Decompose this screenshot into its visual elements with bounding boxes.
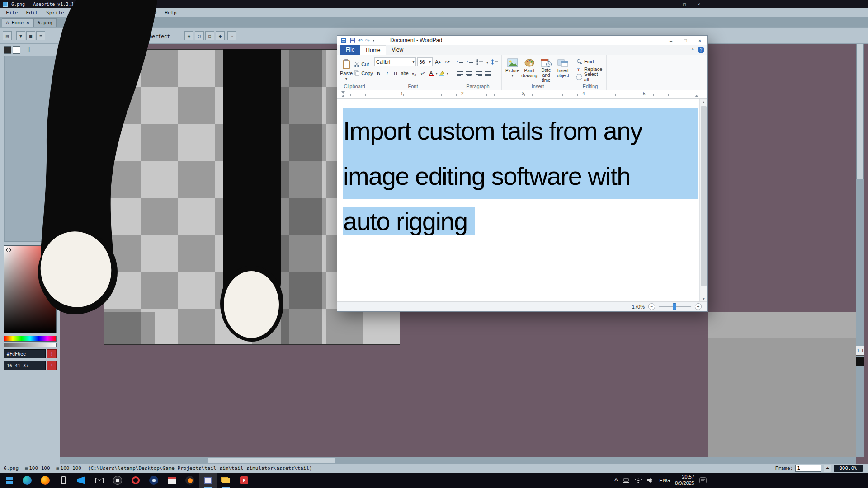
vertical-scroll-thumb[interactable]: [856, 44, 864, 179]
list-button[interactable]: [476, 58, 483, 66]
wordpad-maximize-icon[interactable]: □: [678, 36, 693, 45]
tab-home-close-icon[interactable]: ×: [26, 20, 29, 26]
aseprite-close-icon[interactable]: ×: [692, 0, 706, 8]
ruler[interactable]: 1 2 3 4 5: [337, 90, 707, 99]
menu-frame[interactable]: Frame: [91, 9, 114, 17]
wordpad-minimize-icon[interactable]: –: [664, 36, 678, 45]
select-all-button[interactable]: Select all: [576, 73, 604, 80]
monitor-tray-icon[interactable]: [623, 478, 630, 483]
menu-select[interactable]: Select: [114, 9, 141, 17]
color-picker-marker[interactable]: [7, 248, 10, 252]
tray-chevron-icon[interactable]: ^: [614, 477, 618, 483]
language-indicator[interactable]: ENG: [659, 478, 670, 483]
menu-help[interactable]: Help: [160, 9, 181, 17]
edge-icon[interactable]: [18, 473, 36, 488]
underline-button[interactable]: U: [392, 69, 400, 78]
list-dropdown-icon[interactable]: ▾: [486, 61, 488, 65]
brush-size-icon[interactable]: ▪: [63, 31, 72, 40]
redo-icon[interactable]: ↷: [365, 38, 370, 43]
align-left-button[interactable]: [457, 70, 463, 78]
font-color-dropdown-icon[interactable]: ▾: [436, 71, 438, 75]
zoom-slider[interactable]: [659, 306, 691, 307]
font-family-dropdown-icon[interactable]: ▾: [412, 60, 414, 64]
font-color-button[interactable]: A: [427, 69, 435, 78]
tab-view[interactable]: View: [386, 45, 409, 55]
align-right-button[interactable]: [476, 70, 482, 78]
hanging-indent-marker[interactable]: [341, 95, 345, 97]
justify-button[interactable]: [485, 70, 491, 78]
first-line-indent-marker[interactable]: [341, 91, 345, 94]
bold-button[interactable]: B: [374, 69, 382, 78]
strikethrough-button[interactable]: abe: [400, 69, 410, 78]
tab-home[interactable]: ⌂ Home ×: [2, 18, 33, 27]
document-page[interactable]: Import custom tails from any image editi…: [337, 99, 700, 302]
right-indent-marker[interactable]: [695, 95, 698, 97]
line-spacing-button[interactable]: [491, 58, 498, 66]
menu-view[interactable]: View: [141, 9, 161, 17]
hex-color-field[interactable]: #FdF6ee: [4, 349, 46, 358]
zoom-slider-thumb[interactable]: [673, 303, 676, 310]
wifi-icon[interactable]: [635, 478, 642, 483]
paint-drawing-button[interactable]: Paint drawing: [521, 57, 538, 83]
symmetry-icon[interactable]: ◈: [184, 31, 193, 40]
save-icon[interactable]: [349, 38, 355, 43]
picture-dropdown-icon[interactable]: ▾: [512, 74, 514, 78]
more-options-icon[interactable]: ⋯: [227, 31, 236, 40]
volume-icon[interactable]: [647, 478, 654, 483]
start-button[interactable]: [0, 473, 18, 488]
wordpad-close-icon[interactable]: ×: [693, 36, 707, 45]
zoom-1to1-button[interactable]: 1:1: [856, 346, 864, 356]
font-size-dropdown-icon[interactable]: ▾: [429, 60, 431, 64]
highlight-dropdown-icon[interactable]: ▾: [447, 71, 448, 75]
increase-indent-button[interactable]: [467, 58, 473, 66]
insert-object-button[interactable]: Insert object: [555, 57, 571, 83]
ink-dropdown-icon[interactable]: ▼: [16, 31, 25, 40]
file-menu-button[interactable]: File: [340, 45, 360, 55]
firefox-icon[interactable]: [36, 473, 54, 488]
hsv-warning-icon[interactable]: !: [47, 361, 57, 370]
taskbar-clock[interactable]: 20:57 8/9/2025: [675, 474, 694, 487]
undo-icon[interactable]: ↶: [358, 38, 363, 43]
grid-toggle-icon[interactable]: ○: [195, 31, 204, 40]
steam-icon[interactable]: [145, 473, 163, 488]
brush-options-icon[interactable]: ≡: [36, 31, 45, 40]
notification-center-icon[interactable]: [699, 477, 707, 483]
tab-home[interactable]: Home: [360, 45, 386, 55]
hue-slider[interactable]: [4, 336, 57, 342]
cut-button[interactable]: Cut: [354, 60, 373, 68]
mail-icon[interactable]: [90, 473, 108, 488]
align-center-button[interactable]: [466, 70, 472, 78]
help-icon[interactable]: ?: [698, 47, 704, 53]
document-text[interactable]: Import custom tails from any image editi…: [343, 108, 698, 244]
brush-settings-icon[interactable]: ▤: [3, 31, 12, 40]
gamut-warning-icon[interactable]: !: [47, 349, 57, 358]
palette-options-icon[interactable]: ‖: [27, 47, 30, 52]
zoom-in-button[interactable]: +: [695, 303, 702, 310]
qat-customize-chevron-icon[interactable]: ▾: [373, 39, 374, 42]
github-desktop-icon[interactable]: [108, 473, 127, 488]
date-and-time-button[interactable]: Date and time: [538, 57, 555, 83]
wordpad-taskbar-icon[interactable]: [217, 473, 235, 488]
hsv-values-field[interactable]: 16 41 37: [4, 361, 46, 370]
menu-file[interactable]: File: [2, 9, 22, 17]
grow-font-button[interactable]: A▲: [434, 58, 442, 66]
paste-button[interactable]: Paste ▾: [340, 57, 353, 82]
color-saturation-picker[interactable]: [4, 245, 57, 333]
scroll-up-icon[interactable]: ▲: [700, 99, 708, 106]
menu-edit[interactable]: Edit: [22, 9, 42, 17]
frame-input[interactable]: [795, 465, 821, 472]
document-vertical-scrollbar[interactable]: ▲ ▼: [699, 99, 707, 302]
font-family-select[interactable]: Calibri▾: [374, 57, 416, 66]
paste-dropdown-icon[interactable]: ▾: [345, 77, 347, 81]
calendar-app-icon[interactable]: [163, 473, 181, 488]
shrink-font-button[interactable]: A▼: [443, 58, 452, 66]
background-color-swatch[interactable]: [13, 46, 20, 54]
font-size-select[interactable]: 36▾: [417, 57, 433, 66]
zoom-out-button[interactable]: −: [648, 303, 655, 310]
aseprite-maximize-icon[interactable]: □: [677, 0, 692, 8]
canvas-vertical-scrollbar[interactable]: 1:1: [856, 44, 864, 457]
aseprite-taskbar-icon[interactable]: [199, 473, 217, 488]
decrease-indent-button[interactable]: [457, 58, 463, 66]
pixel-perfect-checkbox[interactable]: pixel-perfect: [131, 33, 170, 39]
preview-toggle-icon[interactable]: ◆: [216, 31, 225, 40]
